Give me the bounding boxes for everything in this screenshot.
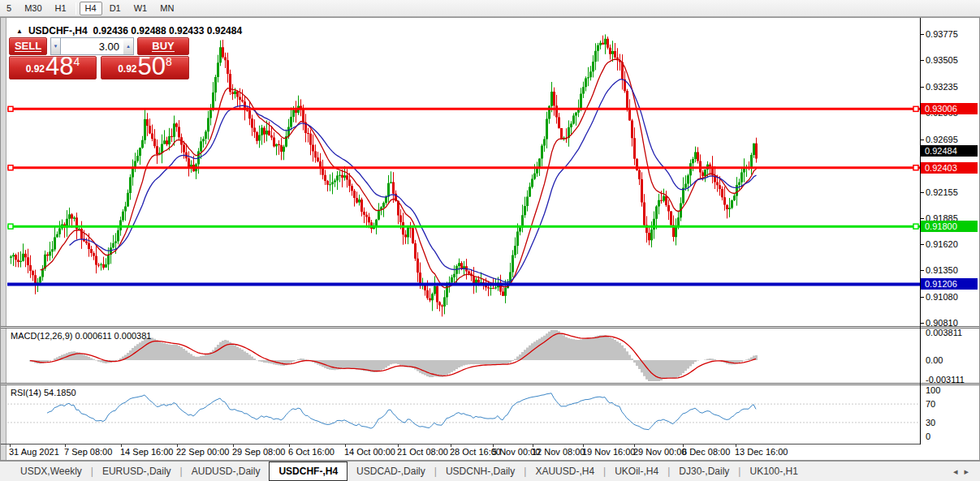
sell-price-prefix: 0.92 [26, 63, 45, 75]
tab-scroll-left-icon[interactable]: ◂ [953, 466, 958, 477]
time-axis-label: 31 Aug 2021 [9, 447, 59, 457]
time-axis-label: 19 Nov 16:00 [582, 447, 635, 457]
price-tick [921, 323, 924, 324]
timeframe-button-w1[interactable]: W1 [128, 2, 153, 15]
price-tick [921, 270, 924, 271]
price-tick [921, 140, 924, 140]
collapse-title-icon[interactable]: ▲ [16, 28, 23, 35]
sell-button-label: SELL [15, 41, 41, 52]
window-left-gutter [1, 18, 6, 460]
price-tick [921, 34, 924, 35]
price-axis-label: 0.91620 [926, 239, 979, 249]
price-tick [921, 218, 924, 219]
chart-tabs-bar: USDX,Weekly|EURUSD-,Daily|AUDUSD-,DailyU… [0, 461, 980, 481]
chart-tab-ukoil-h4[interactable]: UKOil-,H4 [606, 462, 667, 481]
chart-tab-uk100-h1[interactable]: UK100-,H1 [740, 462, 806, 481]
hline-price-badge[interactable]: 0.91206 [921, 278, 978, 290]
chart-tab-usdcnh-daily[interactable]: USDCNH-,Daily [437, 462, 524, 481]
chart-tab-eurusd-daily[interactable]: EURUSD-,Daily [93, 462, 180, 481]
timeframe-button-h4[interactable]: H4 [80, 2, 102, 15]
rsi-label: RSI(14) 54.1850 [11, 388, 76, 397]
macd-axis-label: 0.003811 [926, 328, 979, 337]
time-axis-label: 29 Nov 00:00 [633, 447, 686, 457]
sell-price-main: 48 [45, 54, 73, 78]
time-axis [1, 444, 920, 444]
macd-axis-label: 0.00 [926, 355, 979, 365]
time-axis-label: 21 Oct 08:00 [397, 447, 448, 457]
rsi-axis-label: 30 [926, 418, 979, 427]
ohlc-values: 0.92436 0.92488 0.92433 0.92484 [93, 25, 243, 37]
rsi-pane[interactable] [7, 385, 920, 444]
time-axis-label: 6 Dec 08:00 [682, 447, 730, 457]
hline-price-badge[interactable]: 0.93006 [921, 103, 978, 114]
buy-price-panel[interactable]: 0.92 50 8 [101, 56, 189, 79]
price-axis-label: 0.92155 [926, 187, 979, 197]
chart-tab-xauusd-h4[interactable]: XAUUSD-,H4 [526, 462, 603, 481]
current-price-badge: 0.92484 [921, 145, 978, 157]
macd-axis-label: -0.003111 [926, 375, 979, 384]
hline-price-badge[interactable]: 0.91800 [921, 221, 978, 232]
sell-price-pip: 4 [74, 55, 80, 68]
timeframe-button-m30[interactable]: M30 [19, 2, 47, 15]
price-axis-label: 0.91350 [926, 265, 979, 275]
sell-button[interactable]: SELL [9, 37, 47, 55]
hline-price-badge[interactable]: 0.92403 [921, 162, 978, 174]
price-axis-label: 0.93235 [926, 82, 979, 92]
price-tick [921, 244, 924, 245]
buy-price-prefix: 0.92 [118, 63, 136, 75]
timeframe-toolbar: 5M30H1H4D1W1MN [0, 0, 980, 17]
tab-scroll-right-icon[interactable]: ▸ [964, 466, 969, 477]
price-axis-label: 0.93505 [926, 55, 979, 65]
chart-title: ▲ USDCHF-,H4 0.92436 0.92488 0.92433 0.9… [16, 25, 242, 37]
sell-price-panel[interactable]: 0.92 48 4 [9, 56, 97, 79]
time-axis-label: 7 Sep 08:00 [64, 447, 112, 457]
price-axis-label: 0.90810 [926, 318, 979, 328]
time-axis-label: 14 Oct 00:00 [344, 447, 395, 457]
buy-price-pip: 8 [166, 55, 172, 68]
timeframe-button-h1[interactable]: H1 [50, 2, 72, 15]
timeframe-button-d1[interactable]: D1 [104, 2, 127, 15]
price-tick [921, 297, 924, 298]
price-tick [921, 60, 924, 61]
time-axis-label: 14 Sep 16:00 [120, 447, 173, 457]
price-tick [921, 192, 924, 193]
symbol-period-label: USDCHF-,H4 [28, 25, 88, 37]
buy-price-main: 50 [138, 54, 166, 78]
time-axis-label: 12 Nov 08:00 [532, 447, 585, 457]
chart-tab-audusd-daily[interactable]: AUDUSD-,Daily [183, 462, 270, 481]
price-axis-label: 0.93775 [926, 29, 979, 39]
price-axis-label: 0.92695 [926, 135, 979, 144]
chart-window: ▲ USDCHF-,H4 0.92436 0.92488 0.92433 0.9… [0, 17, 980, 461]
chart-tab-usdchf-h4[interactable]: USDCHF-,H4 [269, 462, 348, 481]
price-axis-label: 0.91080 [926, 292, 979, 302]
volume-increase-button[interactable]: ▲ [123, 37, 134, 55]
macd-label: MACD(12,26,9) 0.000611 0.000381 [11, 331, 151, 341]
chart-tab-usdx-weekly[interactable]: USDX,Weekly [11, 462, 91, 481]
time-axis-label: 13 Dec 16:00 [735, 447, 788, 457]
timeframe-button-mn[interactable]: MN [154, 2, 179, 15]
chart-tab-dj30-daily[interactable]: DJ30-,Daily [670, 462, 738, 481]
rsi-axis-label: 100 [926, 385, 979, 395]
spin-up-icon: ▲ [126, 44, 131, 49]
rsi-axis-label: 70 [926, 399, 979, 409]
price-tick [921, 87, 924, 88]
buy-button-label: BUY [152, 41, 174, 52]
mt4-terminal: 5M30H1H4D1W1MN ▲ USDCHF-,H4 0.92436 0.92… [0, 0, 980, 481]
timeframe-button-5[interactable]: 5 [1, 2, 17, 15]
rsi-axis-label: 0 [926, 432, 979, 441]
time-axis-label: 22 Sep 00:00 [176, 447, 229, 457]
toolbar-separator [76, 2, 76, 15]
time-axis-label: 29 Sep 08:00 [232, 447, 285, 457]
time-axis-label: 6 Oct 16:00 [288, 447, 335, 457]
chart-tab-usdcad-daily[interactable]: USDCAD-,Daily [348, 462, 434, 481]
spin-down-icon: ▼ [54, 44, 58, 49]
